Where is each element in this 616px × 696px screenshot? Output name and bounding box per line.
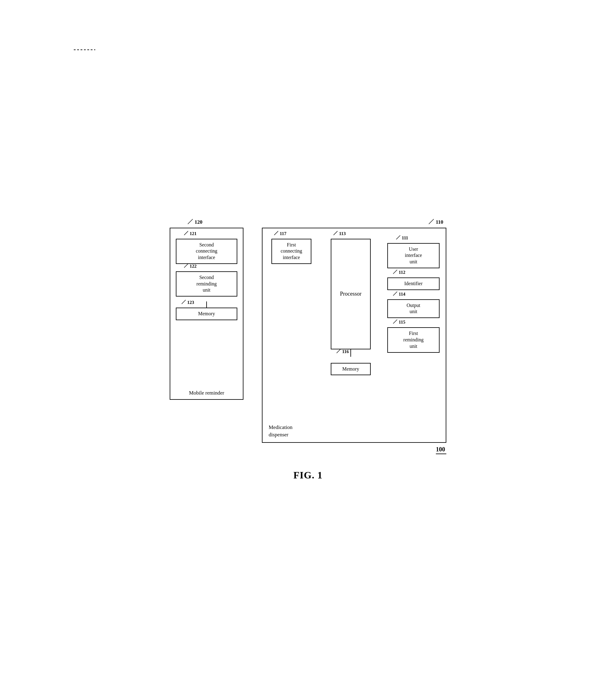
output-unit-box: Output unit [387, 299, 440, 318]
user-interface-unit-box: User interface unit [387, 243, 440, 268]
ref-117: 117 [280, 231, 287, 236]
svg-line-5 [274, 231, 278, 235]
ref-114: 114 [399, 291, 405, 297]
svg-line-7 [337, 349, 341, 353]
mobile-reminder-label: Mobile reminder [189, 390, 225, 396]
svg-line-2 [184, 264, 188, 268]
ref-120: 120 [195, 219, 203, 225]
second-connecting-interface-label: Second connecting interface [196, 242, 217, 260]
ref-115-label: 115 [393, 319, 405, 325]
ref-100-wrapper: 100 [170, 446, 446, 454]
identifier-box: Identifier [387, 278, 440, 290]
ref-117-label: 117 [274, 231, 287, 236]
ref-121-label: 121 [184, 231, 197, 236]
ref-122: 122 [190, 264, 197, 269]
mobile-memory-label: Memory [198, 311, 215, 316]
med-memory-label: Memory [342, 366, 359, 371]
processor-col: 113 Processor 116 [314, 235, 387, 376]
svg-line-11 [393, 320, 397, 323]
ref-116-label: 116 [336, 349, 349, 354]
ref-116: 116 [342, 349, 349, 354]
ref-113-label: 113 [333, 231, 346, 236]
second-reminding-unit-label: Second reminding unit [197, 275, 217, 293]
svg-line-0 [188, 219, 193, 224]
svg-line-6 [334, 231, 338, 235]
ref-111-label: 111 [396, 235, 408, 241]
ref-123: 123 [187, 300, 194, 305]
diagram-wrapper: 120 121 Second connecting interface 122 [170, 216, 446, 481]
first-reminding-unit-box: First reminding unit [387, 327, 440, 352]
medication-dispenser-box: 110 117 First connecting interface [262, 228, 446, 443]
second-connecting-interface-box: Second connecting interface [176, 239, 237, 264]
svg-line-10 [393, 291, 397, 296]
ref-115: 115 [399, 320, 405, 325]
ref-114-label: 114 [393, 291, 405, 297]
ref-123-label: 123 [181, 300, 194, 305]
ref-110-label: 110 [428, 219, 443, 225]
ref-112: 112 [399, 270, 405, 275]
ref-110: 110 [435, 219, 443, 225]
med-memory-box: Memory [331, 363, 371, 376]
identifier-label: Identifier [404, 281, 423, 286]
right-col: 111 User interface unit 112 Ide [387, 235, 440, 376]
vert-line-proc-mem [351, 349, 351, 357]
ref-122-label: 122 [184, 263, 197, 269]
mobile-memory-box: Memory [176, 307, 237, 320]
ref-113: 113 [339, 231, 346, 236]
diagram-area: 120 121 Second connecting interface 122 [170, 216, 446, 443]
first-reminding-unit-label: First reminding unit [403, 331, 423, 349]
first-connect-col: 117 First connecting interface [269, 235, 314, 376]
medication-dispenser-label: Medication dispenser [269, 424, 292, 439]
svg-line-3 [182, 300, 186, 304]
ref-120-label: 120 [187, 219, 203, 225]
svg-line-9 [393, 270, 397, 274]
medication-inner-layout: 117 First connecting interface 113 [269, 235, 440, 376]
vert-line-122-123 [206, 301, 207, 307]
svg-line-1 [184, 231, 188, 235]
mobile-reminder-box: 120 121 Second connecting interface 122 [170, 228, 244, 400]
user-interface-unit-label: User interface unit [405, 247, 422, 265]
svg-line-4 [429, 219, 434, 224]
svg-line-8 [396, 235, 400, 239]
output-unit-label: Output unit [407, 303, 420, 314]
second-reminding-unit-box: Second reminding unit [176, 271, 237, 297]
processor-box: Processor [331, 239, 371, 349]
ref-100: 100 [436, 446, 446, 454]
ref-111: 111 [402, 235, 408, 241]
first-connecting-interface-box: First connecting interface [272, 239, 311, 264]
ref-112-label: 112 [393, 269, 405, 275]
figure-label: FIG. 1 [294, 470, 323, 481]
first-connecting-interface-label: First connecting interface [281, 242, 302, 260]
ref-121: 121 [190, 231, 197, 236]
processor-label: Processor [340, 290, 361, 298]
